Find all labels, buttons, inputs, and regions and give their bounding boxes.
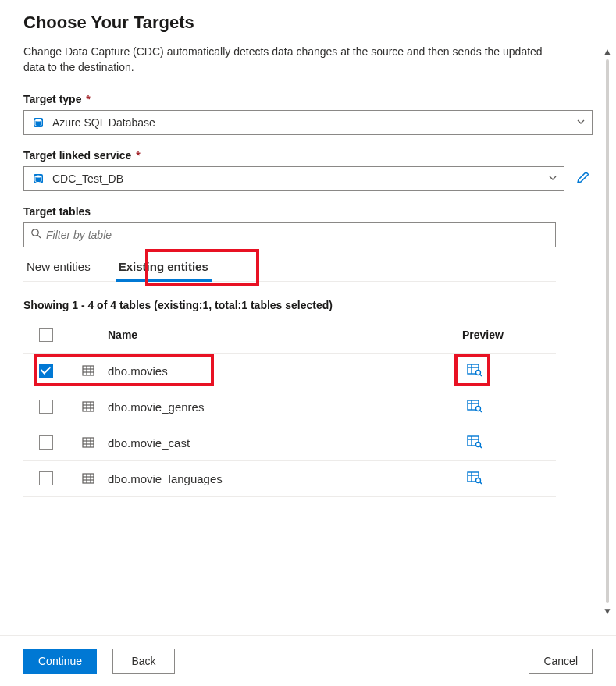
scroll-track <box>606 59 609 603</box>
svg-line-45 <box>480 482 482 483</box>
column-header-preview[interactable]: Preview <box>462 329 556 341</box>
required-marker: * <box>83 93 90 105</box>
pencil-icon <box>576 170 590 187</box>
table-row: dbo.movie_cast <box>23 425 556 461</box>
preview-button[interactable] <box>465 469 484 489</box>
scroll-down-icon: ▼ <box>603 606 612 616</box>
label-target-type: Target type * <box>23 93 91 105</box>
value-target-type: Azure SQL Database <box>52 116 568 129</box>
svg-line-25 <box>480 410 482 411</box>
preview-button[interactable] <box>465 397 484 417</box>
svg-line-35 <box>480 446 482 447</box>
database-icon <box>32 116 45 129</box>
table-header-row: Name Preview <box>23 318 556 354</box>
label-target-tables: Target tables <box>23 205 91 218</box>
table-row: dbo.movies <box>23 354 556 389</box>
table-icon <box>69 471 108 485</box>
svg-rect-16 <box>83 402 94 411</box>
svg-rect-6 <box>83 366 94 375</box>
svg-point-4 <box>32 229 38 236</box>
wizard-footer: Continue Back Cancel <box>0 635 616 686</box>
search-filter-tables[interactable] <box>23 222 556 247</box>
preview-icon <box>467 439 482 451</box>
svg-line-5 <box>37 235 41 238</box>
required-marker: * <box>133 149 140 162</box>
tab-new-entities[interactable]: New entities <box>23 252 94 281</box>
input-filter-tables[interactable] <box>46 229 549 241</box>
chevron-down-icon <box>576 116 586 129</box>
preview-icon <box>467 403 482 415</box>
preview-icon <box>467 475 482 487</box>
svg-point-14 <box>476 370 481 375</box>
select-target-linked-service[interactable]: CDC_Test_DB <box>23 166 564 191</box>
continue-button[interactable]: Continue <box>23 649 97 674</box>
field-target-tables: Target tables <box>23 205 593 247</box>
svg-point-24 <box>476 406 481 411</box>
svg-rect-26 <box>83 438 94 447</box>
label-target-linked-service: Target linked service * <box>23 149 141 162</box>
select-target-type[interactable]: Azure SQL Database <box>23 110 593 135</box>
tables-grid: Name Preview dbo.movies dbo.movie_genres <box>23 318 556 497</box>
table-row: dbo.movie_languages <box>23 461 556 497</box>
table-row: dbo.movie_genres <box>23 389 556 425</box>
preview-button[interactable] <box>465 361 484 381</box>
checkbox-row[interactable] <box>39 364 53 378</box>
scrollbar[interactable]: ▲ ▼ <box>604 47 611 616</box>
field-target-linked-service: Target linked service * CDC_Test_DB <box>23 149 593 191</box>
checkbox-row[interactable] <box>39 400 53 414</box>
page-title: Choose Your Targets <box>23 12 593 33</box>
table-icon <box>69 400 108 414</box>
checkbox-select-all[interactable] <box>39 328 53 342</box>
svg-point-44 <box>476 478 481 482</box>
svg-point-34 <box>476 442 481 446</box>
preview-icon <box>467 368 482 379</box>
svg-line-15 <box>480 374 482 375</box>
table-name: dbo.movie_languages <box>108 472 462 485</box>
tables-summary: Showing 1 - 4 of 4 tables (existing:1, t… <box>23 299 593 311</box>
table-name: dbo.movie_cast <box>108 436 462 450</box>
page-description: Change Data Capture (CDC) automatically … <box>23 44 554 76</box>
column-header-name[interactable]: Name <box>108 329 462 341</box>
scroll-up-icon: ▲ <box>603 47 612 56</box>
checkbox-row[interactable] <box>39 471 53 485</box>
entity-tabs: New entities Existing entities <box>23 252 556 282</box>
search-icon <box>30 228 41 241</box>
edit-linked-service-button[interactable] <box>574 169 593 188</box>
table-icon <box>69 435 108 450</box>
svg-rect-36 <box>83 474 94 483</box>
table-name: dbo.movie_genres <box>108 400 462 414</box>
chevron-down-icon <box>548 172 557 185</box>
svg-point-3 <box>35 175 41 177</box>
table-icon <box>69 364 108 378</box>
svg-point-1 <box>35 119 41 121</box>
checkbox-row[interactable] <box>39 435 53 450</box>
table-name: dbo.movies <box>108 364 462 378</box>
database-icon <box>32 172 45 185</box>
back-button[interactable]: Back <box>112 649 175 674</box>
value-target-linked-service: CDC_Test_DB <box>52 172 540 185</box>
tab-existing-entities[interactable]: Existing entities <box>116 252 212 281</box>
field-target-type: Target type * Azure SQL Database <box>23 93 593 135</box>
preview-button[interactable] <box>465 433 484 453</box>
cancel-button[interactable]: Cancel <box>529 649 593 674</box>
